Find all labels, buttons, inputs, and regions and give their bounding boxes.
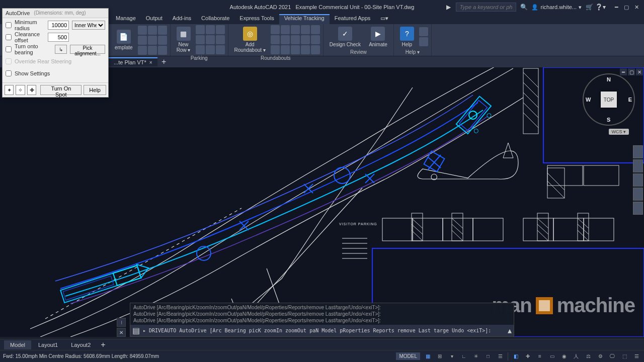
search-input[interactable] [456,3,516,12]
status-polar-icon[interactable]: ✳ [471,352,480,361]
tool-btn[interactable] [196,45,205,54]
cart-icon[interactable]: 🛒 [586,4,593,11]
ad-tool-3[interactable]: ✚ [27,85,36,95]
min-radius-input[interactable] [48,21,69,30]
tool-btn[interactable] [158,36,167,45]
status-ortho-icon[interactable]: ∟ [459,352,468,361]
clearance-input[interactable] [48,33,69,42]
ad-tool-1[interactable]: ✦ [5,85,14,95]
new-row-button[interactable]: ▦New Row ▾ [174,26,194,54]
tool-btn[interactable] [206,45,215,54]
tool-btn[interactable] [271,25,280,34]
design-check-button[interactable]: ✓Design Check [327,26,364,48]
add-tab-button[interactable]: + [159,57,169,66]
tab-addins[interactable]: Add-ins [168,14,196,24]
tool-btn[interactable] [206,25,215,34]
wcs-badge[interactable]: WCS ▾ [609,129,629,135]
tool-btn[interactable] [148,26,157,35]
show-settings-check[interactable] [6,70,12,76]
tab-manage[interactable]: Manage [111,14,141,24]
tool-btn[interactable] [311,35,320,44]
tool-btn[interactable] [158,26,167,35]
add-roundabout-button[interactable]: ◎Add Roundabout ▾ [231,26,269,54]
file-tab[interactable]: ...te Plan VT*× [109,57,157,66]
status-grid-icon[interactable]: ▦ [423,352,432,361]
user-menu[interactable]: 👤 richard.white... ▾ [531,4,582,11]
tab-model[interactable]: Model [4,340,31,349]
viewcube[interactable]: TOP N S E W [583,73,635,126]
tool-btn[interactable] [291,45,300,54]
tab-featured-apps[interactable]: Featured Apps [330,14,376,24]
tool-btn[interactable] [138,46,147,55]
tool-btn[interactable] [311,25,320,34]
ad-tool-2[interactable]: ✧ [16,85,25,95]
add-layout-button[interactable]: + [98,340,108,349]
viewcube-top[interactable]: TOP [601,92,617,108]
viewcube-s[interactable]: S [607,117,610,123]
tool-btn[interactable] [216,45,225,54]
help-icon[interactable]: ❔▾ [597,4,604,11]
cmd-icon[interactable]: ▤ [132,326,140,335]
clearance-check[interactable] [6,34,12,40]
cmd-handle[interactable]: ⁝ [117,318,126,327]
viewcube-n[interactable]: N [607,76,611,82]
tab-output[interactable]: Output [141,14,168,24]
tool-btn[interactable] [138,26,147,35]
close-tab-icon[interactable]: × [149,60,152,65]
cmd-up-icon[interactable]: ▴ [508,326,512,335]
status-units-icon[interactable]: ⬚ [620,352,629,361]
tool-btn[interactable] [138,36,147,45]
maximize-button[interactable]: ▢ [622,3,631,11]
status-anno-icon[interactable]: 人 [572,352,581,361]
tool-btn[interactable] [281,45,290,54]
tool-btn[interactable] [281,25,290,34]
help-info-button[interactable] [419,27,428,36]
status-model[interactable]: MODEL [396,352,420,360]
status-dyn-icon[interactable]: ✚ [523,352,532,361]
status-cycle-icon[interactable]: ◉ [559,352,569,361]
tool-btn[interactable] [148,46,157,55]
help-about-button[interactable] [419,37,428,46]
tab-layout1[interactable]: Layout1 [32,340,64,349]
tool-btn[interactable] [291,25,300,34]
status-arrow-icon[interactable]: ▾ [447,352,456,361]
status-ws-icon[interactable]: ⚙ [596,352,605,361]
help-button[interactable]: ?Help [397,26,417,48]
turn-bearing-check[interactable] [6,46,12,52]
status-scale-icon[interactable]: ⚖ [584,352,593,361]
command-input-row[interactable]: ▤ ▸ DRIVEAUTO AutoDrive [Arc Bearing pic… [130,325,514,336]
pick-alignment-button[interactable]: Pick alignment... [70,45,105,54]
tab-vehicle-tracking[interactable]: Vehicle Tracking [279,14,330,24]
tool-btn[interactable] [311,45,320,54]
cmd-close[interactable]: ✕ [117,328,126,337]
status-monitor-icon[interactable]: 🖵 [608,352,617,361]
tool-btn[interactable] [301,25,310,34]
bearing-icon-button[interactable]: ↳ [55,45,67,54]
turn-on-spot-button[interactable]: Turn On Spot [40,85,82,95]
command-prompt[interactable]: ▸ DRIVEAUTO AutoDrive [Arc Bearing picK … [143,328,505,333]
nav-showmotion[interactable] [633,202,643,215]
autodrive-title[interactable]: AutoDrive(Dimensions: mm, deg) [3,9,108,18]
tool-btn[interactable] [196,35,205,44]
play-icon[interactable]: ▶ [445,4,452,11]
tool-btn[interactable] [148,36,157,45]
tool-btn[interactable] [271,45,280,54]
nav-pan[interactable] [633,159,643,172]
tool-btn[interactable] [271,35,280,44]
autodrive-help-button[interactable]: Help [84,85,106,95]
search-icon[interactable]: 🔍 [520,4,527,11]
status-lwt-icon[interactable]: ☰ [496,352,505,361]
status-lw-icon[interactable]: ≡ [535,352,544,361]
tool-btn[interactable] [196,25,205,34]
close-button[interactable]: ✕ [632,3,641,11]
inner-wheel-select[interactable]: Inner Wheel [72,21,105,30]
tab-collaborate[interactable]: Collaborate [196,14,234,24]
ribbon-overflow[interactable]: ▭▾ [375,14,393,24]
tool-btn[interactable] [216,35,225,44]
nav-wheel[interactable] [633,145,643,158]
autodrive-panel[interactable]: AutoDrive(Dimensions: mm, deg) Minimum r… [2,8,109,98]
drawing-canvas[interactable]: ━ ▢ ✕ [0,67,644,337]
tool-btn[interactable] [291,35,300,44]
template-button[interactable]: 📄emplate [112,29,136,51]
tool-btn[interactable] [158,46,167,55]
